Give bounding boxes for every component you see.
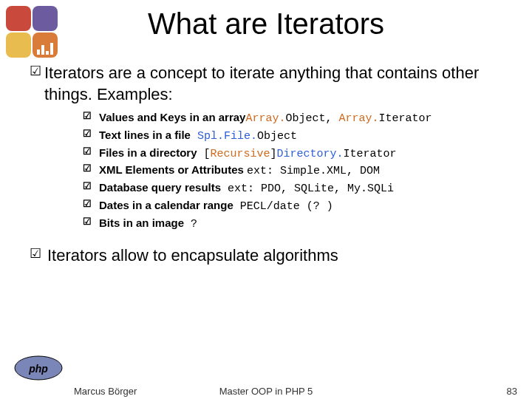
checkbox-icon: ☑ — [83, 145, 99, 159]
list-item: ☑Bits in an image ? — [83, 215, 517, 233]
class-name: PECL/date (? ) — [233, 200, 333, 213]
slide-content: ☑ Iterators are a concept to iterate any… — [30, 63, 517, 271]
checkbox-icon: ☑ — [83, 215, 99, 229]
checkbox-icon: ☑ — [30, 245, 47, 262]
closing-text: Iterators allow to encapsulate algorithm… — [47, 245, 338, 267]
example-text: Dates in a calendar range PECL/date (? ) — [99, 197, 517, 215]
list-item: ☑Dates in a calendar range PECL/date (? … — [83, 197, 517, 215]
checkbox-icon: ☑ — [30, 63, 44, 79]
footer-author: Marcus Börger — [74, 386, 137, 397]
intro-text: Iterators are a concept to iterate anyth… — [44, 63, 517, 105]
class-name: ext: Simple.XML, DOM — [247, 165, 380, 177]
example-text: Database query results ext: PDO, SQLite,… — [99, 180, 517, 197]
class-name: ext: PDO, SQLite, My.SQLi — [221, 183, 394, 195]
class-name: ? — [184, 218, 197, 231]
class-name: Spl.File.Object — [191, 130, 297, 143]
footer-title: Master OOP in PHP 5 — [219, 386, 313, 397]
example-text: XML Elements or Attributes ext: Simple.X… — [99, 162, 517, 180]
checkbox-icon: ☑ — [83, 127, 99, 141]
example-text: Text lines in a file Spl.File.Object — [99, 127, 517, 145]
php-logo: php — [13, 352, 64, 381]
footer-page: 83 — [507, 386, 517, 397]
list-item: ☑Text lines in a file Spl.File.Object — [83, 127, 517, 145]
class-name: Array.Object, Array.Iterator — [245, 112, 432, 125]
list-item: ☑Files in a directory [Recursive]Directo… — [83, 145, 517, 163]
checkbox-icon: ☑ — [83, 109, 99, 123]
example-text: Bits in an image ? — [99, 215, 517, 233]
svg-text:php: php — [28, 363, 48, 375]
list-item: ☑XML Elements or Attributes ext: Simple.… — [83, 162, 517, 180]
slide-title: What are Iterators — [0, 7, 532, 41]
class-name: [Recursive]Directory.Iterator — [197, 148, 397, 160]
list-item: ☑Database query results ext: PDO, SQLite… — [83, 180, 517, 197]
checkbox-icon: ☑ — [83, 197, 99, 211]
checkbox-icon: ☑ — [83, 180, 99, 194]
example-text: Files in a directory [Recursive]Director… — [99, 145, 517, 163]
list-item: ☑Values and Keys in an arrayArray.Object… — [83, 109, 517, 127]
example-text: Values and Keys in an arrayArray.Object,… — [99, 109, 517, 127]
checkbox-icon: ☑ — [83, 162, 99, 176]
examples-list: ☑Values and Keys in an arrayArray.Object… — [83, 109, 517, 232]
